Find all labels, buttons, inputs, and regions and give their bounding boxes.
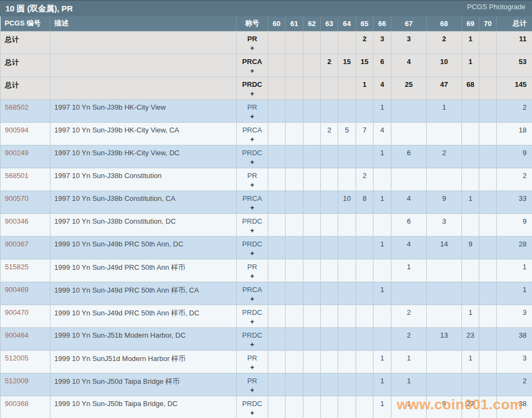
coin-row: 9004641999 10 Yn Sun-J51b Modern Harbor,… (1, 327, 532, 350)
plus-grade-toggle[interactable]: + (237, 112, 268, 121)
total-row: 总计PR+2332111 (1, 31, 532, 54)
grade-61-count-cell (286, 236, 303, 259)
plus-grade-toggle[interactable]: + (237, 157, 268, 167)
grade-61-count-cell (286, 99, 303, 122)
grade-67-count-cell: 1 (391, 373, 427, 396)
grade-60-count-cell (268, 282, 286, 305)
grade-66-count-cell: 1 (373, 282, 391, 305)
designation-label: PR (237, 103, 268, 112)
coin-row: 5685021997 10 Yn Sun-J39b HK-City ViewPR… (1, 99, 532, 122)
designation-label: PRDC (237, 80, 268, 89)
grade-66-count-cell: 4 (373, 77, 391, 99)
grade-70-count-cell (479, 31, 497, 54)
designation-cell: PR+ (237, 259, 268, 282)
pcgs-photograde-link[interactable]: PCGS Photograde (467, 3, 525, 11)
header-grade-61: 61 (286, 16, 303, 31)
grade-63-count-cell (321, 77, 338, 99)
grade-68-count-cell (427, 168, 462, 191)
grade-61-count-cell (286, 373, 303, 396)
pcgs-number-link[interactable]: 900464 (5, 331, 28, 339)
pcgs-number-link[interactable]: 568502 (5, 103, 28, 111)
pcgs-number-link[interactable]: 900367 (5, 240, 28, 248)
pcgs-number-link[interactable]: 512005 (5, 354, 28, 362)
description-cell: 1999 10 Yn Sun-J49b PRC 50th Ann, DC (50, 236, 237, 259)
grade-63-count-cell (321, 145, 338, 168)
plus-grade-toggle[interactable]: + (237, 203, 268, 212)
grade-68-count-cell: 3 (427, 213, 462, 236)
grade-70-count-cell (479, 327, 497, 350)
grade-65-count-cell (356, 282, 373, 305)
pcgs-number-link[interactable]: 900368 (5, 400, 28, 408)
grade-68-count-cell: 1 (427, 99, 462, 122)
plus-grade-toggle[interactable]: + (237, 43, 268, 53)
designation-cell: PRCA+ (237, 122, 268, 145)
pcgs-number-link[interactable]: 568501 (5, 172, 28, 180)
grade-61-count-cell (286, 168, 303, 191)
pcgs-number-link[interactable]: 900346 (5, 217, 28, 225)
grade-61-count-cell (286, 396, 303, 418)
grade-70-count-cell (479, 396, 497, 418)
plus-grade-toggle[interactable]: + (237, 135, 268, 144)
description-cell: 1997 10 Yn Sun-J39b HK-City View, CA (50, 122, 237, 145)
pcgs-number-link[interactable]: 900249 (5, 149, 28, 157)
designation-cell: PRDC+ (237, 77, 268, 99)
grade-70-count-cell (479, 191, 497, 213)
total-row: 总计PRCA+215156410153 (1, 54, 532, 77)
grade-69-count-cell: 1 (462, 305, 479, 327)
grade-69-count-cell: 1 (462, 350, 479, 373)
grade-62-count-cell (303, 236, 321, 259)
plus-grade-toggle[interactable]: + (237, 340, 268, 349)
description-cell: 1999 10 Yn Sun-J49d PRC 50th Ann 样币, CA (50, 282, 237, 305)
grade-65-count-cell: 8 (356, 191, 373, 213)
pcgs-number-link[interactable]: 900470 (5, 308, 28, 316)
designation-cell: PR+ (237, 99, 268, 122)
row-total-count-cell: 28 (497, 236, 532, 259)
grade-69-count-cell: 1 (462, 31, 479, 54)
total-row-label: 总计 (1, 77, 50, 99)
grade-66-count-cell (373, 259, 391, 282)
pcgs-number-link[interactable]: 515825 (5, 263, 28, 271)
pcgs-number-cell: 900346 (1, 213, 50, 236)
plus-grade-toggle[interactable]: + (237, 363, 268, 372)
plus-grade-toggle[interactable]: + (237, 226, 268, 235)
grade-65-count-cell (356, 259, 373, 282)
pcgs-number-link[interactable]: 900570 (5, 194, 28, 202)
table-header-row: PCGS 编号 描述 称号 60 61 62 63 64 65 66 67 68… (1, 16, 532, 31)
grade-70-count-cell (479, 145, 497, 168)
plus-grade-toggle[interactable]: + (237, 294, 268, 303)
designation-label: PRDC (237, 148, 268, 157)
grade-68-count-cell: 14 (427, 236, 462, 259)
plus-grade-toggle[interactable]: + (237, 317, 268, 326)
description-cell: 1999 10 Yn Sun-J50b Taipa Bridge, DC (50, 396, 237, 418)
grade-63-count-cell (321, 213, 338, 236)
grade-67-count-cell (391, 122, 427, 145)
designation-label: PR (237, 171, 268, 180)
grade-67-count-cell (391, 99, 427, 122)
total-row-label: 总计 (1, 54, 50, 77)
designation-cell: PR+ (237, 350, 268, 373)
grade-70-count-cell (479, 282, 497, 305)
pcgs-number-link[interactable]: 900469 (5, 286, 28, 294)
pcgs-number-link[interactable]: 900594 (5, 126, 28, 134)
grade-66-count-cell (373, 213, 391, 236)
pcgs-number-link[interactable]: 512009 (5, 377, 28, 385)
grade-60-count-cell (268, 54, 286, 77)
designation-cell: PRCA+ (237, 282, 268, 305)
plus-grade-toggle[interactable]: + (237, 408, 268, 417)
plus-grade-toggle[interactable]: + (237, 89, 268, 98)
grade-70-count-cell (479, 168, 497, 191)
grade-67-count-cell: 2 (391, 305, 427, 327)
plus-grade-toggle[interactable]: + (237, 180, 268, 189)
grade-62-count-cell (303, 373, 321, 396)
plus-grade-toggle[interactable]: + (237, 385, 268, 395)
pcgs-number-cell: 900249 (1, 145, 50, 168)
designation-cell: PR+ (237, 168, 268, 191)
grade-62-count-cell (303, 122, 321, 145)
plus-grade-toggle[interactable]: + (237, 271, 268, 281)
plus-grade-toggle[interactable]: + (237, 66, 268, 75)
grade-67-count-cell: 3 (391, 31, 427, 54)
grade-68-count-cell: 47 (427, 77, 462, 99)
plus-grade-toggle[interactable]: + (237, 249, 268, 258)
grade-68-count-cell (427, 122, 462, 145)
pcgs-number-cell: 512005 (1, 350, 50, 373)
